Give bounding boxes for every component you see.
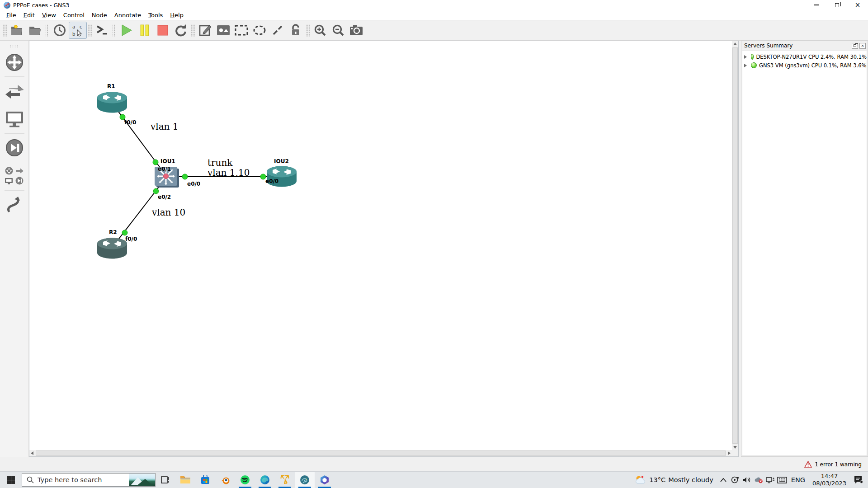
menu-control[interactable]: Control — [60, 11, 88, 19]
horizontal-scroll-thumb[interactable] — [36, 450, 726, 456]
server-row-gns3vm[interactable]: GNS3 VM (gns3vm) CPU 0.1%, RAM 3.6% — [742, 61, 867, 70]
server-row-desktop[interactable]: DESKTOP-N27UR1V CPU 2.4%, RAM 30.1% — [742, 52, 867, 61]
toolbar-separator — [46, 24, 49, 37]
start-button[interactable] — [0, 472, 22, 488]
scroll-down-arrow[interactable] — [733, 446, 737, 449]
scroll-left-arrow[interactable] — [31, 451, 33, 455]
task-view-button[interactable] — [156, 472, 175, 488]
annotation-vlan10[interactable]: vlan 10 — [151, 207, 185, 218]
gns3-active-app-button[interactable] — [295, 472, 315, 488]
search-input[interactable] — [38, 476, 119, 483]
suspend-button[interactable] — [136, 22, 154, 39]
switches-icon — [5, 83, 24, 99]
console-connect-button[interactable] — [93, 22, 111, 39]
volume-button[interactable] — [741, 476, 752, 483]
meet-now-button[interactable] — [730, 476, 741, 483]
reload-button[interactable] — [172, 22, 190, 39]
taskbar-search[interactable] — [22, 473, 156, 487]
port-label-r1-f00: f0/0 — [124, 119, 136, 126]
minimize-button[interactable] — [806, 0, 826, 10]
sidebar-browse-end-devices[interactable] — [0, 106, 29, 133]
dock-float-button[interactable] — [852, 43, 858, 49]
annotation-vlan1[interactable]: vlan 1 — [150, 121, 179, 132]
vertical-scrollbar[interactable] — [732, 41, 738, 450]
onedrive-button[interactable] — [753, 476, 764, 483]
topology-canvas[interactable]: R1 IOU1 IOU2 R2 f0/0 e0/1 e0/0 e0/0 e0/2… — [29, 41, 732, 450]
draw-rectangle-button[interactable] — [232, 22, 250, 39]
restore-button[interactable] — [826, 0, 847, 10]
menu-node[interactable]: Node — [88, 11, 111, 19]
draw-ellipse-button[interactable] — [250, 22, 269, 39]
scroll-up-arrow[interactable] — [733, 42, 737, 45]
node-label-r2[interactable]: R2 — [109, 229, 117, 235]
port-label-r2-f00: f0/0 — [125, 236, 137, 242]
stop-button[interactable] — [154, 22, 172, 39]
open-project-button[interactable] — [26, 22, 44, 39]
lock-unlock-button[interactable] — [287, 22, 305, 39]
sidebar-browse-switches[interactable] — [0, 77, 29, 104]
microsoft-store-button[interactable] — [195, 472, 215, 488]
open-project-icon — [28, 24, 42, 36]
menu-tools[interactable]: Tools — [145, 11, 166, 19]
node-label-r1[interactable]: R1 — [107, 83, 115, 89]
scroll-right-arrow[interactable] — [728, 451, 731, 455]
menu-view[interactable]: View — [38, 11, 60, 19]
draw-line-button[interactable] — [269, 22, 287, 39]
sidebar-browse-security-devices[interactable] — [0, 134, 29, 161]
pause-icon — [139, 24, 150, 37]
menu-help[interactable]: Help — [166, 11, 187, 19]
sidebar-browse-all-devices[interactable] — [0, 163, 29, 190]
spotify-button[interactable] — [235, 472, 255, 488]
insert-picture-button[interactable] — [214, 22, 232, 39]
language-indicator[interactable]: ENG — [788, 476, 808, 483]
expand-arrow-icon[interactable] — [744, 64, 749, 67]
server-status-led — [751, 54, 754, 60]
error-warning-message[interactable]: 1 error 1 warning — [815, 461, 862, 468]
tray-overflow-button[interactable] — [718, 478, 729, 482]
snapshot-button[interactable] — [51, 22, 69, 39]
reload-icon — [175, 24, 187, 37]
node-label-iou2[interactable]: IOU2 — [274, 158, 289, 164]
node-r1[interactable] — [97, 92, 127, 113]
file-explorer-button[interactable] — [175, 472, 195, 488]
weather-widget[interactable]: 13°C Mostly cloudy — [631, 475, 717, 485]
start-button[interactable] — [118, 22, 136, 39]
screenshot-button[interactable] — [347, 22, 365, 39]
topology-svg: R1 IOU1 IOU2 R2 f0/0 e0/1 e0/0 e0/0 e0/2… — [29, 41, 732, 450]
menu-file[interactable]: File — [3, 11, 20, 19]
stop-icon — [157, 24, 169, 36]
edge-button[interactable] — [255, 472, 275, 488]
expand-arrow-icon[interactable] — [744, 55, 749, 59]
menu-bar: File Edit View Control Node Annotate Too… — [0, 10, 868, 20]
windows-taskbar: 13°C Mostly cloudy — [0, 471, 868, 488]
annotation-vlan110[interactable]: vlan 1,10 — [207, 167, 250, 178]
sidebar-drag-handle[interactable] — [9, 44, 19, 48]
all-devices-icon — [4, 166, 25, 186]
menu-annotate[interactable]: Annotate — [111, 11, 145, 19]
node-label-iou1[interactable]: IOU1 — [160, 158, 175, 164]
play-icon — [121, 24, 132, 37]
horizontal-scrollbar[interactable] — [29, 450, 732, 456]
touch-keyboard-button[interactable] — [777, 477, 788, 483]
annotation-trunk[interactable]: trunk — [208, 157, 233, 168]
close-button[interactable]: × — [847, 0, 868, 10]
node-r2[interactable] — [97, 238, 127, 259]
add-note-button[interactable] — [196, 22, 214, 39]
blender-button[interactable] — [215, 472, 235, 488]
network-button[interactable] — [765, 476, 776, 483]
office-button[interactable] — [315, 472, 335, 488]
main-toolbar: a c b — [0, 20, 868, 41]
action-center-button[interactable] — [851, 476, 866, 484]
vertical-scroll-thumb[interactable] — [732, 47, 738, 444]
sidebar-add-link[interactable] — [0, 191, 29, 218]
zoom-in-button[interactable] — [311, 22, 329, 39]
arrows-app-button[interactable] — [275, 472, 295, 488]
zoom-out-button[interactable] — [329, 22, 347, 39]
dock-close-button[interactable]: × — [859, 43, 866, 49]
show-interface-labels-button[interactable]: a c b — [69, 22, 87, 39]
menu-edit[interactable]: Edit — [20, 11, 38, 19]
new-project-button[interactable] — [8, 22, 26, 39]
clock-widget[interactable]: 14:47 08/03/2023 — [809, 473, 850, 488]
search-highlight-image[interactable] — [129, 474, 155, 486]
sidebar-browse-routers[interactable] — [0, 49, 29, 76]
